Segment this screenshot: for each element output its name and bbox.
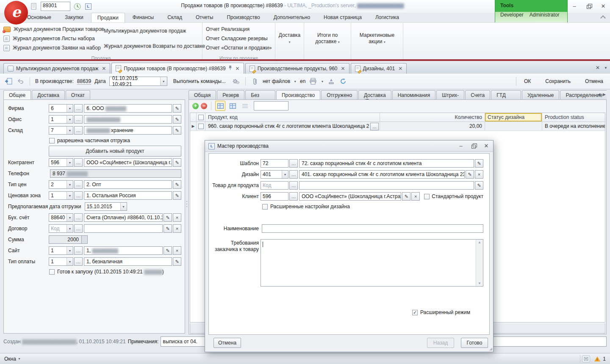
clear-button[interactable]: ×	[173, 224, 181, 233]
ribbon-item[interactable]: Журнал документов Заявки на набор	[0, 43, 100, 52]
tab-откат[interactable]: Откат	[66, 90, 90, 99]
dropdown-arrow-icon[interactable]: ▼	[294, 80, 297, 83]
tab-гтд-товаров[interactable]: ГТД товаров	[491, 90, 521, 99]
code-combo[interactable]: Код▼	[49, 224, 73, 233]
value-field[interactable]: 6. ООО ████████	[84, 104, 172, 113]
edit-button[interactable]: ✎	[173, 104, 181, 113]
tab-производство[interactable]: Производство	[276, 90, 320, 99]
tab-общая[interactable]: Общая	[189, 90, 216, 99]
value-field[interactable]: █████████ хранение	[84, 126, 172, 135]
checkbox-row[interactable]: разрешена частичная отгрузка	[49, 137, 181, 144]
tab-без-резерва[interactable]: Без резерва	[245, 90, 275, 99]
grid-filter-input[interactable]	[254, 101, 288, 110]
clear-button[interactable]: ×	[475, 170, 483, 179]
mail-icon[interactable]: ✉	[582, 356, 591, 362]
card-view-button[interactable]	[227, 101, 238, 111]
ribbon-tab[interactable]: Закупки	[59, 13, 89, 22]
design-settings-check[interactable]: Расширенные настройки дизайна	[262, 203, 489, 210]
date-combo[interactable]: 01.10.2015 10:49:21▼	[109, 77, 167, 86]
checkbox-icon[interactable]	[424, 194, 430, 199]
clock-icon[interactable]	[73, 2, 81, 11]
value-field[interactable]: Счета (Оплачен) #88640, 01.10.2015	[84, 213, 163, 222]
ellipsis-button[interactable]: …	[74, 126, 83, 135]
ribbon-tab[interactable]: Склад	[161, 13, 188, 22]
code-combo[interactable]: 88640▼	[49, 213, 73, 222]
dialog-maximize-button[interactable]	[470, 143, 477, 149]
dropdown-arrow-icon[interactable]: ▼	[67, 247, 73, 254]
document-tab[interactable]: Продажи товаров (В производстве) #88639✕	[111, 63, 244, 74]
grid-view-button[interactable]	[215, 101, 225, 111]
role-developer[interactable]: Developer	[500, 12, 524, 18]
ellipsis-button[interactable]: …	[289, 181, 298, 190]
dialog-done-button[interactable]: Готово	[461, 338, 488, 348]
code-combo[interactable]: 1▼	[49, 246, 73, 255]
value-field[interactable]: ООО «СоцИнвест» (Шоколадница г.Астрахань…	[299, 192, 401, 201]
tab-close-icon[interactable]: ✕	[235, 66, 240, 72]
app-logo[interactable]: e	[4, 1, 28, 25]
document-tab[interactable]: Дизайны, 401✕	[351, 63, 407, 74]
value-field[interactable]: 1, ██████████	[84, 246, 163, 255]
pin-icon[interactable]	[228, 65, 232, 72]
dropdown-arrow-icon[interactable]: ▼	[67, 105, 73, 112]
ribbon-tab[interactable]: Отчеты	[190, 13, 219, 22]
close-button[interactable]: ✕	[600, 3, 607, 9]
undo-icon[interactable]	[16, 77, 25, 85]
dropdown-arrow-icon[interactable]: ▼	[67, 181, 73, 188]
dropdown-arrow-icon[interactable]: ▼	[67, 116, 73, 123]
requirements-textarea[interactable]: ▲▼	[261, 239, 483, 287]
code-combo[interactable]: Код	[261, 181, 288, 190]
tab-резерв[interactable]: Резерв	[217, 90, 244, 99]
resize-grip[interactable]: ◢	[489, 347, 492, 351]
dropdown-arrow-icon[interactable]: ▼	[67, 127, 73, 134]
ellipsis-button[interactable]: …	[74, 213, 83, 222]
table-row[interactable]: ▶960. сахар порционный стик 4г с логотип…	[190, 122, 605, 131]
tab-close-icon[interactable]: ✕	[340, 66, 345, 72]
value-field[interactable]: 2. Опт	[84, 180, 172, 189]
dialog-titlebar[interactable]: L Мастер производства – ✕	[205, 141, 493, 152]
ribbon-button-marketing[interactable]: Маркетиновыеакции ▾	[351, 23, 403, 60]
dialog-back-button[interactable]: Назад	[427, 338, 454, 348]
ribbon-item[interactable]: Журнал документов Листы набора	[0, 34, 100, 43]
ribbon-tab[interactable]: Продажи	[91, 13, 125, 22]
column-header[interactable]: Статус дизайна	[485, 113, 542, 122]
cancel-button[interactable]: Отмена	[582, 78, 606, 84]
add-new-product-button[interactable]: Добавить новый продукт	[49, 146, 181, 157]
ribbon-tab[interactable]: Финансы	[127, 13, 160, 22]
value-field[interactable]	[84, 224, 163, 233]
tab-отгружено[interactable]: Отгружено	[321, 90, 358, 99]
clear-button[interactable]: ×	[173, 213, 181, 222]
sum-field[interactable]: 2000	[49, 235, 82, 244]
add-row-icon[interactable]: +	[192, 103, 199, 109]
value-field[interactable]	[299, 181, 474, 190]
checkbox-icon[interactable]	[49, 138, 55, 143]
windows-menu-arrow-icon[interactable]: ▼	[18, 357, 21, 360]
code-combo[interactable]: 2▼	[49, 180, 73, 189]
code-combo[interactable]: 72	[261, 159, 288, 168]
collapse-ribbon-icon[interactable]	[600, 15, 606, 21]
code-combo[interactable]: 6▼	[49, 104, 73, 113]
language-indicator[interactable]: en	[300, 78, 305, 84]
refresh-icon[interactable]	[339, 77, 347, 85]
edit-button[interactable]: ✎	[173, 158, 181, 167]
minimize-button[interactable]: –	[571, 3, 578, 9]
tab-доставка-есть-[interactable]: Доставка (Есть)	[358, 90, 391, 99]
column-header[interactable]: Продукт, код	[205, 113, 380, 122]
code-combo[interactable]: 1▼	[49, 257, 73, 266]
ellipsis-button[interactable]: …	[74, 257, 83, 266]
dialog-close-button[interactable]: ✕	[483, 143, 490, 149]
ribbon-tab[interactable]: Новая страница	[318, 13, 368, 22]
clear-button[interactable]: ×	[411, 192, 420, 201]
scroll-right-icon[interactable]: ▶	[603, 92, 606, 97]
code-combo[interactable]: 596	[261, 192, 288, 201]
files-dropdown[interactable]: нет файлов	[263, 78, 290, 84]
checkbox-icon[interactable]	[262, 204, 268, 210]
role-administrator[interactable]: Administrator	[530, 12, 560, 18]
cell-ellipsis-button[interactable]: …	[370, 123, 379, 130]
windows-menu[interactable]: Окна	[4, 356, 16, 362]
edit-button[interactable]: ✎	[164, 213, 172, 222]
ribbon-item[interactable]: Журнал документов Возвраты по доставке	[100, 41, 201, 51]
paperclip-icon[interactable]	[251, 77, 259, 85]
clear-button[interactable]: ×	[173, 246, 181, 255]
dialog-minimize-button[interactable]: –	[458, 143, 464, 149]
ribbon-item[interactable]: Отчет Складские резервы	[202, 34, 275, 43]
